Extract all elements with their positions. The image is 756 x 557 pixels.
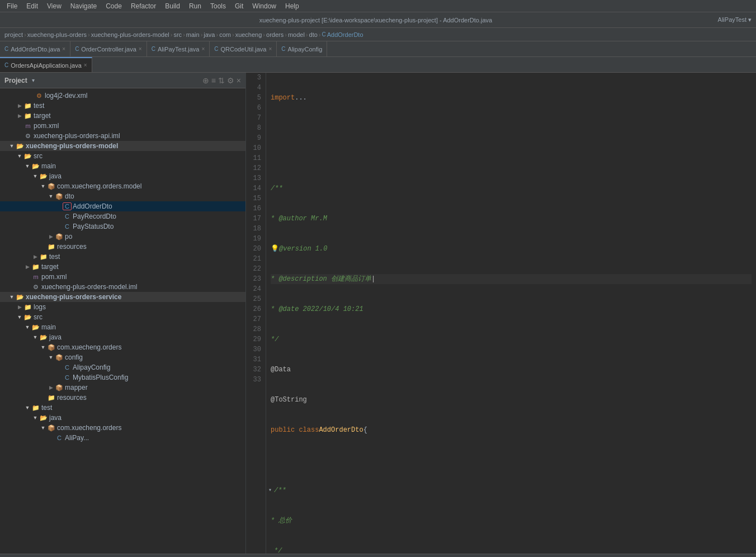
tab-alipaytest[interactable]: C AliPayTest.java × — [147, 41, 210, 57]
tab-label: OrdersApiApplication.java — [11, 62, 82, 69]
tree-item-pom-model[interactable]: m pom.xml — [0, 272, 245, 282]
menu-help[interactable]: Help — [281, 0, 304, 12]
breadcrumb-src[interactable]: src — [173, 31, 182, 38]
tree-label: main — [41, 162, 56, 170]
tree-item-AlipayConfig[interactable]: C AlipayConfig — [0, 362, 245, 372]
menu-refactor[interactable]: Refactor — [126, 0, 160, 12]
collapse-all-icon[interactable]: ≡ — [211, 76, 216, 85]
editor-content[interactable]: 3 4 5 6 7 8 9 10 11 12 13 14 15 16 17 18… — [246, 73, 756, 554]
tree-arrow: ▼ — [8, 294, 16, 300]
breadcrumb-dto[interactable]: dto — [309, 31, 318, 38]
breadcrumb-model2[interactable]: model — [288, 31, 305, 38]
tree-label: AddOrderDto — [73, 202, 112, 210]
settings-icon[interactable]: ⚙ — [227, 76, 234, 85]
xml-icon: m — [31, 273, 40, 280]
class-icon: C — [63, 223, 72, 230]
project-dropdown[interactable]: ▾ — [32, 77, 35, 83]
tab-ordercontroller[interactable]: C OrderController.java × — [70, 41, 147, 57]
menu-view[interactable]: View — [42, 0, 66, 12]
tree-arrow: ▶ — [47, 234, 55, 239]
tree-item-AddOrderDto[interactable]: C AddOrderDto — [0, 201, 245, 211]
tree-item-logs[interactable]: ▶ 📁 logs — [0, 302, 245, 312]
tree-label: test — [49, 253, 60, 261]
tree-item-model[interactable]: ▼ 📂 xuecheng-plus-orders-model — [0, 141, 245, 151]
tree-label: com.xuecheng.orders — [57, 424, 121, 432]
menu-tools[interactable]: Tools — [206, 0, 230, 12]
class-icon: C — [63, 364, 72, 371]
tree-arrow: ▼ — [23, 163, 31, 169]
java-icon: C — [4, 62, 8, 68]
breadcrumb-class[interactable]: C AddOrderDto — [322, 31, 363, 38]
tab-alipayconfig[interactable]: C AlipayConfig — [277, 41, 327, 57]
locate-icon[interactable]: ⊕ — [202, 76, 209, 85]
tree-label: test — [34, 102, 44, 110]
tab-close[interactable]: × — [268, 46, 272, 52]
tab-close[interactable]: × — [84, 62, 87, 68]
menu-code[interactable]: Code — [101, 0, 126, 12]
tab-close[interactable]: × — [139, 46, 142, 52]
tree-item-po[interactable]: ▶ 📦 po — [0, 232, 245, 242]
tree-item-resources-model[interactable]: 📁 resources — [0, 242, 245, 252]
tree-item-PayStatusDto[interactable]: C PayStatusDto — [0, 221, 245, 232]
tree-item-PayRecordDto[interactable]: C PayRecordDto — [0, 211, 245, 221]
tree-item-java-service[interactable]: ▼ 📂 java — [0, 332, 245, 342]
folder-icon: 📂 — [31, 163, 40, 170]
breadcrumb-model[interactable]: xuecheng-plus-orders-model — [91, 31, 169, 38]
tree-item-test1[interactable]: ▶ 📁 test — [0, 101, 245, 111]
menu-edit[interactable]: Edit — [22, 0, 42, 12]
tree-item-log4j2[interactable]: ⚙ log4j2-dev.xml — [0, 91, 245, 101]
code-line-12: @Data — [271, 365, 752, 375]
breadcrumb-orders2[interactable]: orders — [266, 31, 284, 38]
tree-item-mapper[interactable]: ▶ 📦 mapper — [0, 383, 245, 393]
sort-icon[interactable]: ⇅ — [218, 76, 225, 85]
run-config[interactable]: AliPayTest ▾ — [718, 16, 752, 23]
tree-item-com-service[interactable]: ▼ 📦 com.xuecheng.orders — [0, 342, 245, 352]
tree-arrow: ▼ — [23, 405, 31, 410]
tree-item-src-model[interactable]: ▼ 📂 src — [0, 151, 245, 161]
tree-item-target1[interactable]: ▶ 📁 target — [0, 111, 245, 121]
tree-item-iml1[interactable]: ⚙ xuecheng-plus-orders-api.iml — [0, 131, 245, 141]
breadcrumb-orders[interactable]: xuecheng-plus-orders — [27, 31, 87, 38]
tree-item-AliPay-test[interactable]: C AliPay... — [0, 433, 245, 443]
tree-item-dto[interactable]: ▼ 📦 dto — [0, 191, 245, 201]
tab-ordersapi[interactable]: C OrdersApiApplication.java × — [0, 57, 92, 73]
tab-addorderdto[interactable]: C AddOrderDto.java × — [0, 41, 70, 57]
tab-close[interactable]: × — [62, 46, 65, 52]
menu-build[interactable]: Build — [160, 0, 185, 12]
menu-run[interactable]: Run — [185, 0, 206, 12]
menu-git[interactable]: Git — [230, 0, 248, 12]
tree-item-main-model[interactable]: ▼ 📂 main — [0, 161, 245, 171]
close-panel-icon[interactable]: × — [237, 76, 241, 85]
tree-item-target-model[interactable]: ▶ 📁 target — [0, 262, 245, 272]
tree-item-MybatisPlusConfig[interactable]: C MybatisPlusConfig — [0, 372, 245, 383]
statusbar: ⎇ Git ◉ Profiler 🔨 Build ⛓ Dependencies … — [0, 554, 756, 557]
breadcrumb-xuecheng[interactable]: xuecheng — [235, 31, 262, 38]
tree-item-resources-service[interactable]: 📁 resources — [0, 393, 245, 403]
tree-label: java — [49, 333, 62, 341]
code-area[interactable]: import ... /** * @author Mr.M 💡 @version… — [266, 73, 756, 554]
tree-item-test-model[interactable]: ▶ 📁 test — [0, 252, 245, 262]
breadcrumb-main[interactable]: main — [186, 31, 200, 38]
tree-item-pom1[interactable]: m pom.xml — [0, 121, 245, 131]
tree-item-iml-model[interactable]: ⚙ xuecheng-plus-orders-model.iml — [0, 282, 245, 292]
java-folder-icon: 📂 — [39, 334, 48, 341]
xml-icon: ⚙ — [35, 92, 44, 100]
tree-item-service[interactable]: ▼ 📂 xuecheng-plus-orders-service — [0, 292, 245, 302]
menu-window[interactable]: Window — [248, 0, 281, 12]
breadcrumb-java[interactable]: java — [204, 31, 215, 38]
tree-label: config — [65, 353, 83, 361]
tree-item-com-model[interactable]: ▼ 📦 com.xuecheng.orders.model — [0, 181, 245, 191]
tree-item-test-service[interactable]: ▼ 📁 test — [0, 403, 245, 413]
tree-item-java-test[interactable]: ▼ 📂 java — [0, 413, 245, 423]
breadcrumb-project[interactable]: project — [4, 31, 23, 38]
menu-navigate[interactable]: Navigate — [66, 0, 101, 12]
tab-close[interactable]: × — [201, 46, 205, 52]
breadcrumb-com[interactable]: com — [219, 31, 231, 38]
tab-qrcodeutil[interactable]: C QRCodeUtil.java × — [210, 41, 277, 57]
tree-item-src-service[interactable]: ▼ 📂 src — [0, 312, 245, 322]
menu-file[interactable]: File — [2, 0, 22, 12]
tree-item-main-service[interactable]: ▼ 📂 main — [0, 322, 245, 332]
tree-item-config[interactable]: ▼ 📦 config — [0, 352, 245, 362]
tree-item-java-model[interactable]: ▼ 📂 java — [0, 171, 245, 181]
tree-item-com-test[interactable]: ▼ 📦 com.xuecheng.orders — [0, 423, 245, 433]
